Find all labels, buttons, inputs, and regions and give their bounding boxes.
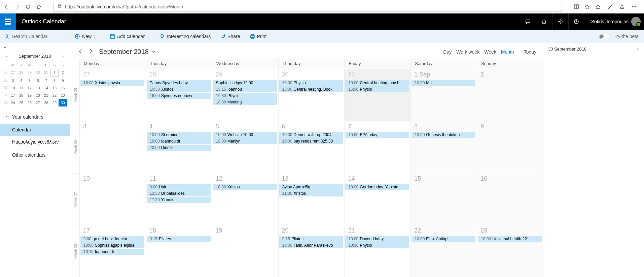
chat-icon[interactable] <box>520 13 536 30</box>
home-icon[interactable] <box>36 4 42 10</box>
day-cell[interactable]: 15 <box>410 173 477 225</box>
calendar-event[interactable]: 16:00Spyrides nephew <box>147 93 211 99</box>
search-input[interactable]: Search Calendar <box>0 30 70 43</box>
mini-day[interactable]: 28 <box>17 69 26 77</box>
help-icon[interactable] <box>568 13 584 30</box>
favorites-hub-icon[interactable] <box>595 4 601 10</box>
share-browser-icon[interactable] <box>619 4 625 10</box>
view-workweek[interactable]: Work week <box>456 49 479 55</box>
add-calendar-button[interactable]: Add calendar <box>105 30 155 43</box>
mini-day[interactable]: 1 <box>50 69 59 77</box>
calendar-event[interactable]: Panos Spyrides bday <box>147 80 211 86</box>
day-cell[interactable]: 1 Sep10:30Mri <box>410 69 477 121</box>
collapse-sidebar[interactable]: « <box>0 43 70 51</box>
calendar-item-calendar[interactable]: Calendar <box>0 124 70 136</box>
app-launcher[interactable] <box>0 13 16 30</box>
interesting-calendars-button[interactable]: Interesting calendars <box>155 30 215 43</box>
day-cell[interactable]: 209:15Pilates10:00Tarik. Andr Paraskevo <box>278 225 345 277</box>
next-month-mini[interactable]: › <box>60 54 66 59</box>
refresh-icon[interactable] <box>25 4 31 10</box>
favorite-icon[interactable] <box>584 4 590 10</box>
mini-day[interactable]: 29 <box>25 69 34 77</box>
mini-day[interactable]: 13 <box>34 84 42 92</box>
forward-icon[interactable] <box>14 4 20 10</box>
day-cell[interactable]: 119:00Hair12:30Dr patsalides17:30Yiannis <box>146 173 212 225</box>
mini-day[interactable]: 2 <box>59 69 67 77</box>
try-beta-toggle[interactable]: Try the beta <box>594 34 644 39</box>
mini-day[interactable]: 10 <box>9 84 17 92</box>
day-cell[interactable]: 1410:00Gordon bday. You sta <box>344 173 410 225</box>
mini-day[interactable]: 8 <box>50 77 59 84</box>
day-cell[interactable]: 3010:00Physio16:00Central heating. Book <box>278 69 345 121</box>
new-button[interactable]: New | <box>70 30 105 43</box>
day-cell[interactable]: 13Αγίου Αριστείδη11:00Xristos <box>278 173 345 225</box>
day-cell[interactable]: 28Panos Spyrides bday10:30Xristos16:00Sp… <box>146 69 212 121</box>
mini-day[interactable]: 29 <box>50 99 59 106</box>
calendar-event[interactable]: 12:30Dr patsalides <box>147 190 211 196</box>
mini-day[interactable]: 28 <box>42 99 50 106</box>
day-cell[interactable]: 2110:00Davoud bday10:30Physio <box>344 225 410 277</box>
calendar-event[interactable]: 20:00Dinner <box>147 145 211 151</box>
day-cell[interactable]: 29Sophie lca lgw 12:0015:15Ioannou16:30P… <box>212 69 278 121</box>
mini-day[interactable]: 21 <box>42 92 50 99</box>
mini-day[interactable]: 31 <box>42 69 50 77</box>
calendar-event[interactable]: 16:00Central heating. Book <box>279 86 343 92</box>
calendar-event[interactable]: 10:00Universal health 221 <box>478 236 542 242</box>
mini-day[interactable]: 24 <box>9 99 17 106</box>
mini-day[interactable]: 27 <box>9 69 17 77</box>
day-cell[interactable]: 10 <box>79 173 146 225</box>
back-icon[interactable] <box>3 4 9 10</box>
mini-day[interactable]: 12 <box>25 84 34 92</box>
mini-day[interactable]: 23 <box>59 92 67 99</box>
mini-day[interactable]: 30 <box>59 99 67 106</box>
mini-day[interactable]: 20 <box>34 92 42 99</box>
reading-list-icon[interactable] <box>573 4 579 10</box>
calendar-event[interactable]: 10:00Physio <box>279 80 343 86</box>
calendar-event[interactable]: 10:00Central heating, pay l <box>345 80 409 86</box>
mini-day[interactable]: 15 <box>50 84 59 92</box>
calendar-event[interactable]: 10:00Sophias agapis elpida <box>80 242 144 248</box>
mini-day[interactable]: 30 <box>34 69 42 77</box>
day-cell[interactable]: 189:15Pilates <box>146 225 212 277</box>
notifications-icon[interactable] <box>536 13 552 30</box>
mini-day[interactable]: 22 <box>50 92 59 99</box>
calendar-event[interactable]: 10:15Ioannou dr <box>80 249 144 255</box>
other-calendars-header[interactable]: Other calendars <box>0 148 70 162</box>
calendar-event[interactable]: 9:15Pilates <box>147 236 211 242</box>
day-cell[interactable]: 610:00Demettra Jerop 200410:00pay renos … <box>278 121 345 173</box>
calendar-item-birthdays[interactable]: Ημερολόγιο γενεθλίων <box>0 136 70 148</box>
day-cell[interactable]: 2 <box>477 69 543 121</box>
day-cell[interactable]: 9 <box>477 121 543 173</box>
notes-icon[interactable] <box>607 4 613 10</box>
calendar-event[interactable]: 10:00Tarik. Andr Paraskevo <box>279 242 343 248</box>
calendar-event[interactable]: 10:00EPA bday <box>345 132 409 138</box>
calendar-event[interactable]: 10:00Demettra Jerop 2004 <box>279 132 343 138</box>
calendar-event[interactable]: 10:00St ermioni <box>147 132 211 138</box>
user-menu[interactable]: Sotiris Jeropoulos <box>584 17 644 26</box>
day-cell[interactable]: 2716:00Xristos physio <box>79 69 146 121</box>
calendar-event[interactable]: 16:00Ioannou dr <box>147 138 211 144</box>
day-cell[interactable]: 179:00go get book for cim10:00Sophias ag… <box>79 225 146 277</box>
calendar-event[interactable]: 18:30Meeting <box>213 99 277 105</box>
mini-day[interactable]: 11 <box>17 84 26 92</box>
calendar-event[interactable]: Sophie lca lgw 12:00 <box>213 80 277 86</box>
mini-day[interactable]: 16 <box>59 84 67 92</box>
day-cell[interactable]: 2210:00Elita. Antiopi <box>410 225 477 277</box>
view-week[interactable]: Week <box>484 49 496 55</box>
view-today[interactable]: Today <box>524 49 536 55</box>
day-cell[interactable]: 16 <box>477 173 543 225</box>
calendar-event[interactable]: 10:00Website 10:00 <box>213 132 277 138</box>
calendar-event[interactable]: 17:30Yiannis <box>147 197 211 203</box>
day-cell[interactable]: 3 <box>79 121 146 173</box>
address-bar[interactable]: https://outlook.live.com/owa/?path=/cale… <box>53 2 562 12</box>
your-calendars-header[interactable]: Your calendars <box>0 110 70 124</box>
view-month[interactable]: Month <box>501 49 514 55</box>
calendar-event[interactable]: 10:00pay renos rent 825.33 <box>279 138 343 144</box>
calendar-event[interactable]: 16:30Physio <box>213 93 277 99</box>
calendar-event[interactable]: 10:30Mri <box>412 80 475 86</box>
current-month[interactable]: September 2018 <box>99 48 156 56</box>
settings-icon[interactable] <box>552 13 568 30</box>
prev-month-mini[interactable]: ‹ <box>4 54 9 59</box>
print-button[interactable]: Print <box>245 30 272 43</box>
calendar-event[interactable]: 9:00Hair <box>147 184 211 190</box>
